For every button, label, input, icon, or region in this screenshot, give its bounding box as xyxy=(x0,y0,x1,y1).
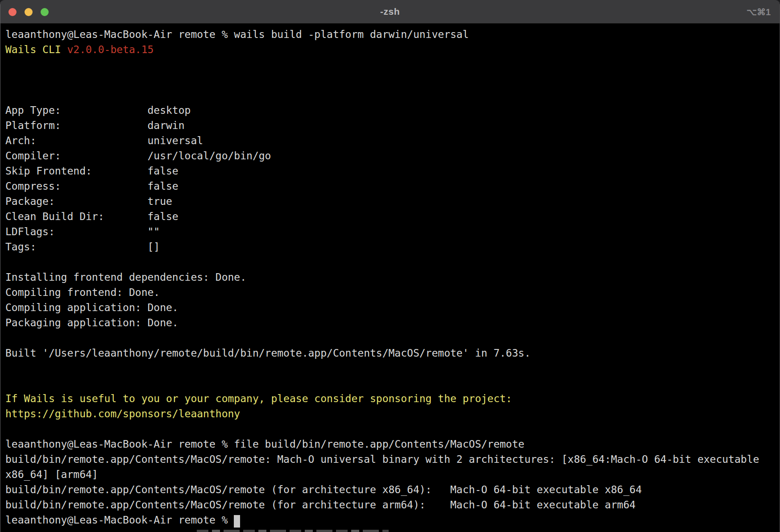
terminal-line: App Type: desktop xyxy=(5,103,775,118)
terminal-line: https://github.com/sponsors/leaanthony xyxy=(5,406,775,421)
text-segment: Platform: darwin xyxy=(5,120,185,131)
close-button[interactable] xyxy=(8,8,17,16)
terminal-line: Packaging application: Done. xyxy=(5,315,775,330)
text-segment: v2.0.0-beta.15 xyxy=(67,44,154,55)
terminal-line: Package: true xyxy=(5,194,775,209)
text-segment: leaanthony@Leas-MacBook-Air remote % xyxy=(5,514,234,526)
text-cursor xyxy=(234,515,240,528)
terminal-line xyxy=(5,376,775,391)
terminal-line: Clean Build Dir: false xyxy=(5,209,775,224)
text-segment: https://github.com/sponsors/leaanthony xyxy=(5,408,240,420)
terminal-line: build/bin/remote.app/Contents/MacOS/remo… xyxy=(5,482,775,497)
text-segment: Compiling application: Done. xyxy=(5,302,178,313)
terminal-output: leaanthony@Leas-MacBook-Air remote % wai… xyxy=(0,24,780,528)
text-segment: Wails CLI xyxy=(5,44,67,55)
text-segment: Built '/Users/leaanthony/remote/build/bi… xyxy=(5,347,531,359)
cutoff-text-fragment xyxy=(197,530,389,532)
titlebar[interactable]: -zsh ⌥⌘1 xyxy=(0,0,780,24)
text-segment: Compiler: /usr/local/go/bin/go xyxy=(5,150,271,162)
terminal-line xyxy=(5,57,775,72)
text-segment: Package: true xyxy=(5,195,172,207)
text-segment: x86_64] [arm64] xyxy=(5,469,98,480)
text-segment: LDFlags: "" xyxy=(5,226,160,237)
terminal-line: Built '/Users/leaanthony/remote/build/bi… xyxy=(5,345,775,361)
terminal-line: If Wails is useful to you or your compan… xyxy=(5,391,775,406)
terminal-line: x86_64] [arm64] xyxy=(5,467,775,482)
text-segment: Compiling frontend: Done. xyxy=(5,287,160,298)
terminal-line xyxy=(5,361,775,376)
terminal-line: build/bin/remote.app/Contents/MacOS/remo… xyxy=(5,452,775,467)
terminal-line: leaanthony@Leas-MacBook-Air remote % fil… xyxy=(5,436,775,452)
terminal-line: Installing frontend dependencies: Done. xyxy=(5,270,775,285)
window-shortcut-hint: ⌥⌘1 xyxy=(747,0,771,24)
text-segment: build/bin/remote.app/Contents/MacOS/remo… xyxy=(5,484,642,495)
terminal-line xyxy=(5,87,775,103)
terminal-line: Wails CLI v2.0.0-beta.15 xyxy=(5,42,775,57)
text-segment: Installing frontend dependencies: Done. xyxy=(5,271,246,283)
terminal-line xyxy=(5,72,775,87)
text-segment: Compress: false xyxy=(5,180,178,192)
text-segment: App Type: desktop xyxy=(5,104,191,116)
terminal-line: leaanthony@Leas-MacBook-Air remote % wai… xyxy=(5,27,775,42)
text-segment: leaanthony@Leas-MacBook-Air remote % fil… xyxy=(5,438,524,450)
text-segment: leaanthony@Leas-MacBook-Air remote % wai… xyxy=(5,29,469,40)
terminal-line: Compiling application: Done. xyxy=(5,300,775,315)
terminal-line: Compress: false xyxy=(5,179,775,194)
text-segment: Skip Frontend: false xyxy=(5,165,178,177)
terminal-line xyxy=(5,421,775,436)
text-segment: Clean Build Dir: false xyxy=(5,211,178,222)
text-segment: Packaging application: Done. xyxy=(5,317,178,328)
terminal-line: Arch: universal xyxy=(5,133,775,148)
minimize-button[interactable] xyxy=(25,8,33,16)
text-segment: Tags: [] xyxy=(5,241,160,253)
window-controls xyxy=(8,0,49,24)
window-title: -zsh xyxy=(0,6,780,17)
terminal-window: -zsh ⌥⌘1 leaanthony@Leas-MacBook-Air rem… xyxy=(0,0,780,532)
terminal-line: LDFlags: "" xyxy=(5,224,775,239)
terminal-line: Skip Frontend: false xyxy=(5,163,775,179)
terminal-line: Compiling frontend: Done. xyxy=(5,285,775,300)
text-segment: Arch: universal xyxy=(5,135,203,146)
text-segment: build/bin/remote.app/Contents/MacOS/remo… xyxy=(5,499,635,511)
zoom-button[interactable] xyxy=(41,8,49,16)
text-segment: build/bin/remote.app/Contents/MacOS/remo… xyxy=(5,453,759,465)
terminal-line: Tags: [] xyxy=(5,239,775,254)
terminal-line: Compiler: /usr/local/go/bin/go xyxy=(5,148,775,163)
terminal-line xyxy=(5,330,775,345)
terminal-line: Platform: darwin xyxy=(5,118,775,133)
terminal-line xyxy=(5,254,775,270)
terminal-line: leaanthony@Leas-MacBook-Air remote % xyxy=(5,512,775,528)
text-segment: If Wails is useful to you or your compan… xyxy=(5,393,512,404)
terminal-line: build/bin/remote.app/Contents/MacOS/remo… xyxy=(5,497,775,512)
